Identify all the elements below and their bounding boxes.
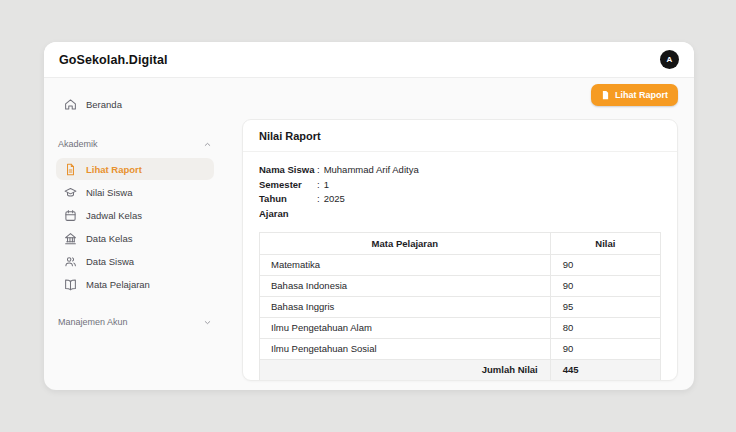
info-separator: : <box>317 178 320 193</box>
graduation-cap-icon <box>64 186 77 199</box>
subject-cell: Ilmu Pengetahuan Sosial <box>260 338 551 359</box>
toolbar: Lihat Raport <box>242 84 678 106</box>
sidebar-item-label: Data Siswa <box>86 256 134 267</box>
page-title: Nilai Raport <box>243 120 677 152</box>
section-label: Manajemen Akun <box>58 317 128 327</box>
sidebar-item-data-siswa[interactable]: Data Siswa <box>56 250 214 272</box>
button-label: Lihat Raport <box>615 90 668 100</box>
sidebar-section-manajemen-akun[interactable]: Manajemen Akun <box>58 317 212 327</box>
sidebar-item-label: Jadwal Kelas <box>86 210 142 221</box>
sidebar-section-akademik[interactable]: Akademik <box>58 139 212 149</box>
info-value: Muhammad Arif Aditya <box>324 163 419 178</box>
table-row: Matematika 90 <box>260 254 661 275</box>
subject-cell: Bahasa Indonesia <box>260 275 551 296</box>
info-label: Semester <box>259 178 317 193</box>
sidebar-item-mata-pelajaran[interactable]: Mata Pelajaran <box>56 273 214 295</box>
calendar-icon <box>64 209 77 222</box>
table-row: Bahasa Indonesia 90 <box>260 275 661 296</box>
document-icon <box>601 90 610 100</box>
file-icon <box>64 163 77 176</box>
table-row: Ilmu Pengetahuan Sosial 90 <box>260 338 661 359</box>
summary-label: Rata-rata Nilai <box>260 380 551 381</box>
sidebar-item-label: Mata Pelajaran <box>86 279 150 290</box>
summary-row-jumlah-nilai: Jumlah Nilai 445 <box>260 359 661 380</box>
home-icon <box>64 98 77 111</box>
avatar[interactable]: A <box>660 50 679 69</box>
info-label: Nama Siswa <box>259 163 317 178</box>
score-cell: 90 <box>550 275 660 296</box>
chevron-down-icon <box>203 318 212 327</box>
building-columns-icon <box>64 232 77 245</box>
summary-value: 89.00 <box>550 380 660 381</box>
app-header: GoSekolah.Digital A <box>44 42 694 78</box>
info-row-semester: Semester : 1 <box>259 178 661 193</box>
desktop-background: GoSekolah.Digital A Beranda Akademik <box>0 0 736 432</box>
table-row: Bahasa Inggris 95 <box>260 296 661 317</box>
score-cell: 80 <box>550 317 660 338</box>
score-cell: 95 <box>550 296 660 317</box>
report-card: Nilai Raport Nama Siswa : Muhammad Arif … <box>242 119 678 381</box>
subject-cell: Matematika <box>260 254 551 275</box>
sidebar-item-label: Nilai Siswa <box>86 187 132 198</box>
summary-label: Jumlah Nilai <box>260 359 551 380</box>
info-label: Tahun Ajaran <box>259 192 317 221</box>
main-content: Lihat Raport Nilai Raport Nama Siswa : M… <box>228 78 694 389</box>
section-label: Akademik <box>58 139 98 149</box>
sidebar-item-label: Lihat Raport <box>86 164 142 175</box>
sidebar: Beranda Akademik Lihat Raport <box>44 78 228 389</box>
book-icon <box>64 278 77 291</box>
chevron-up-icon <box>203 140 212 149</box>
info-value: 1 <box>324 178 329 193</box>
table-row: Ilmu Pengetahuan Alam 80 <box>260 317 661 338</box>
summary-value: 445 <box>550 359 660 380</box>
table-header-row: Mata Pelajaran Nilai <box>260 232 661 254</box>
app-window: GoSekolah.Digital A Beranda Akademik <box>44 42 694 390</box>
info-value: 2025 <box>324 192 345 221</box>
info-separator: : <box>317 192 320 221</box>
student-info: Nama Siswa : Muhammad Arif Aditya Semest… <box>259 163 661 222</box>
sidebar-item-jadwal-kelas[interactable]: Jadwal Kelas <box>56 204 214 226</box>
info-separator: : <box>317 163 320 178</box>
info-row-tahun-ajaran: Tahun Ajaran : 2025 <box>259 192 661 221</box>
sidebar-item-beranda[interactable]: Beranda <box>56 93 214 115</box>
subject-cell: Ilmu Pengetahuan Alam <box>260 317 551 338</box>
summary-row-rata-rata-nilai: Rata-rata Nilai 89.00 <box>260 380 661 381</box>
info-row-nama-siswa: Nama Siswa : Muhammad Arif Aditya <box>259 163 661 178</box>
sidebar-item-label: Data Kelas <box>86 233 132 244</box>
subject-cell: Bahasa Inggris <box>260 296 551 317</box>
lihat-raport-button[interactable]: Lihat Raport <box>591 84 678 106</box>
score-cell: 90 <box>550 338 660 359</box>
score-cell: 90 <box>550 254 660 275</box>
column-header-nilai: Nilai <box>550 232 660 254</box>
sidebar-item-lihat-raport[interactable]: Lihat Raport <box>56 158 214 180</box>
sidebar-item-nilai-siswa[interactable]: Nilai Siswa <box>56 181 214 203</box>
sidebar-item-data-kelas[interactable]: Data Kelas <box>56 227 214 249</box>
column-header-mata-pelajaran: Mata Pelajaran <box>260 232 551 254</box>
users-icon <box>64 255 77 268</box>
brand-logo: GoSekolah.Digital <box>59 53 168 67</box>
sidebar-item-label: Beranda <box>86 99 122 110</box>
scores-table: Mata Pelajaran Nilai Matematika 90 <box>259 232 661 381</box>
